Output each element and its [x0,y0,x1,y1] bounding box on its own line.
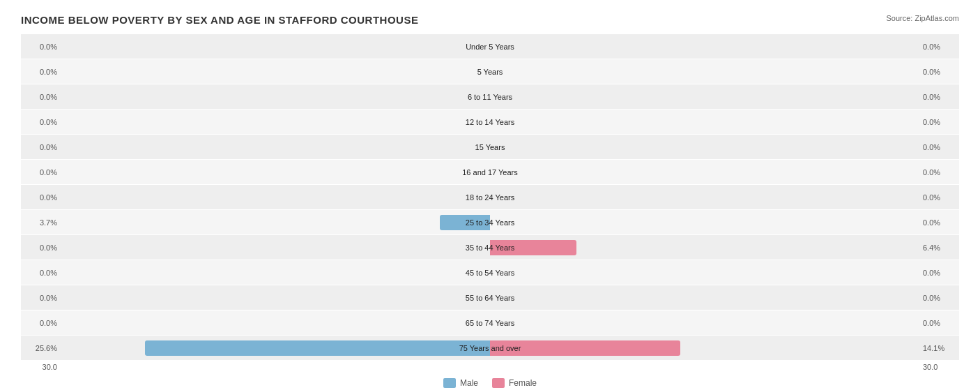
chart-area: 0.0% Under 5 Years 0.0% 0.0% 5 Years [21,34,959,360]
left-bar-half [63,160,490,184]
left-bar-half [63,110,490,134]
left-bar-half [63,336,490,360]
right-bar-half [490,235,917,260]
bars-container: 55 to 64 Years [63,285,917,310]
table-row: 0.0% 5 Years 0.0% [21,59,959,84]
bars-container: 16 and 17 Years [63,160,917,184]
left-bar-half [63,59,490,84]
right-value: 0.0% [917,118,959,126]
male-bar [440,215,490,230]
right-bar-half [490,310,917,335]
right-bar-half [490,110,917,134]
bars-container: 18 to 24 Years [63,185,917,209]
bars-container: 35 to 44 Years [63,235,917,260]
left-value: 0.0% [21,294,63,302]
table-row: 0.0% 65 to 74 Years 0.0% [21,310,959,335]
legend-female: Female [492,378,537,388]
axis-labels: 30.0 30.0 [21,363,959,371]
table-row: 3.7% 25 to 34 Years 0.0% [21,210,959,234]
right-value: 0.0% [917,319,959,327]
table-row: 0.0% 6 to 11 Years 0.0% [21,84,959,109]
table-row: 0.0% 45 to 54 Years 0.0% [21,260,959,285]
chart-title: INCOME BELOW POVERTY BY SEX AND AGE IN S… [21,14,959,26]
left-value: 0.0% [21,193,63,202]
right-value: 0.0% [917,193,959,202]
right-value: 0.0% [917,218,959,227]
female-bar [490,340,680,356]
left-value: 0.0% [21,93,63,101]
table-row: 0.0% 55 to 64 Years 0.0% [21,285,959,310]
right-value: 6.4% [917,243,959,252]
left-value: 0.0% [21,143,63,151]
source-label: Source: ZipAtlas.com [886,14,959,22]
axis-right-label: 30.0 [917,363,959,371]
axis-left-label: 30.0 [21,363,63,371]
right-bar-half [490,260,917,285]
bars-container: 5 Years [63,59,917,84]
left-value: 0.0% [21,68,63,76]
left-bar-half [63,210,490,234]
legend-female-label: Female [509,378,537,388]
table-row: 0.0% 12 to 14 Years 0.0% [21,110,959,134]
bars-container: 65 to 74 Years [63,310,917,335]
table-row: 0.0% Under 5 Years 0.0% [21,34,959,59]
right-value: 0.0% [917,168,959,177]
right-value: 0.0% [917,294,959,302]
left-value: 0.0% [21,319,63,327]
right-value: 0.0% [917,143,959,151]
right-value: 0.0% [917,68,959,76]
female-bar [490,240,576,255]
bars-container: 45 to 54 Years [63,260,917,285]
left-value: 0.0% [21,269,63,277]
legend-male-box [443,378,456,388]
left-bar-half [63,285,490,310]
left-bar-half [63,235,490,260]
table-row: 0.0% 35 to 44 Years 6.4% [21,235,959,260]
bars-container: 12 to 14 Years [63,110,917,134]
legend-male-label: Male [460,378,478,388]
right-value: 0.0% [917,93,959,101]
table-row: 0.0% 18 to 24 Years 0.0% [21,185,959,209]
left-bar-half [63,185,490,209]
right-bar-half [490,84,917,109]
legend-female-box [492,378,505,388]
bars-container: Under 5 Years [63,34,917,59]
left-bar-half [63,84,490,109]
left-bar-half [63,310,490,335]
male-bar [145,340,490,356]
right-bar-half [490,336,917,360]
right-bar-half [490,59,917,84]
bars-container: 25 to 34 Years [63,210,917,234]
right-value: 0.0% [917,269,959,277]
table-row: 0.0% 15 Years 0.0% [21,135,959,159]
bars-container: 15 Years [63,135,917,159]
left-bar-half [63,135,490,159]
right-value: 0.0% [917,43,959,51]
right-value: 14.1% [917,344,959,352]
table-row: 0.0% 16 and 17 Years 0.0% [21,160,959,184]
left-value: 0.0% [21,243,63,252]
left-bar-half [63,34,490,59]
right-bar-half [490,185,917,209]
right-bar-half [490,210,917,234]
left-value: 0.0% [21,168,63,177]
chart-container: INCOME BELOW POVERTY BY SEX AND AGE IN S… [0,0,980,390]
bars-container: 75 Years and over [63,336,917,360]
right-bar-half [490,285,917,310]
left-value: 0.0% [21,118,63,126]
left-value: 0.0% [21,43,63,51]
right-bar-half [490,135,917,159]
bars-container: 6 to 11 Years [63,84,917,109]
right-bar-half [490,160,917,184]
right-bar-half [490,34,917,59]
table-row: 25.6% 75 Years and over 14.1% [21,336,959,360]
left-value: 25.6% [21,344,63,352]
left-value: 3.7% [21,218,63,227]
chart-legend: Male Female [21,378,959,388]
left-bar-half [63,260,490,285]
legend-male: Male [443,378,478,388]
